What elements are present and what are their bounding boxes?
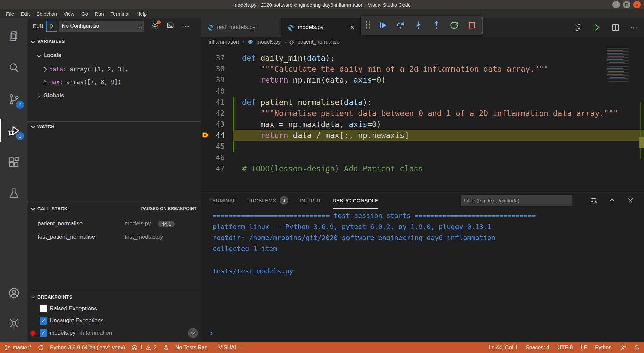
- breakpoint-row[interactable]: ✓ models.py inflammation 44: [28, 327, 201, 339]
- maximize-button[interactable]: [623, 1, 630, 8]
- code-line[interactable]: 38 """Calculate the daily min of a 2d in…: [201, 63, 644, 74]
- tab-terminal[interactable]: TERMINAL: [209, 192, 236, 209]
- step-over-button[interactable]: [395, 20, 406, 31]
- breakpoint-margin[interactable]: [201, 52, 211, 63]
- sidebar-item-testing[interactable]: [0, 181, 28, 207]
- code-line[interactable]: 41def patient_normalise(data):: [201, 97, 644, 108]
- menu-view[interactable]: View: [60, 11, 78, 17]
- code-line[interactable]: 42 """Normalise patient data between 0 a…: [201, 108, 644, 119]
- open-debug-console-button[interactable]: [166, 21, 174, 31]
- variable-row-data[interactable]: data: array([[1, 2, 3],: [28, 64, 201, 75]
- code-line[interactable]: 40: [201, 85, 644, 97]
- breakpoint-margin[interactable]: [201, 74, 211, 85]
- code-line[interactable]: 46: [201, 152, 644, 163]
- call-stack-section-header[interactable]: CALL STACK PAUSED ON BREAKPOINT: [28, 203, 201, 213]
- menu-terminal[interactable]: Terminal: [107, 11, 133, 17]
- code-line[interactable]: 37def daily_min(data):: [201, 52, 644, 63]
- tab-debug-console[interactable]: DEBUG CONSOLE: [333, 192, 378, 209]
- menu-selection[interactable]: Selection: [33, 11, 60, 17]
- sidebar-item-run-debug[interactable]: 1: [0, 118, 28, 143]
- stack-frame[interactable]: patient_normalise models.py 44:1: [28, 218, 201, 229]
- manage-button[interactable]: [0, 310, 28, 336]
- sidebar-item-extensions[interactable]: [0, 150, 28, 175]
- breakpoints-section-header[interactable]: BREAKPOINTS: [28, 292, 201, 302]
- code-area[interactable]: 37def daily_min(data):38 """Calculate th…: [201, 47, 644, 192]
- views-more-actions-button[interactable]: ⋯: [182, 22, 190, 31]
- sidebar-item-search[interactable]: [0, 55, 28, 80]
- restart-button[interactable]: [448, 20, 460, 31]
- code-line[interactable]: 43 max = np.max(data, axis=0): [201, 119, 644, 130]
- python-interpreter-item[interactable]: Python 3.6.9 64-bit ('env': venv): [50, 345, 125, 351]
- breakpoint-margin[interactable]: [201, 141, 211, 152]
- language-mode-item[interactable]: Python: [595, 345, 612, 351]
- split-editor-icon[interactable]: [611, 23, 620, 32]
- checkbox-unchecked[interactable]: [40, 305, 47, 312]
- breadcrumb-file[interactable]: models.py: [256, 39, 281, 45]
- tab-test-models[interactable]: test_models.py: [201, 18, 282, 37]
- console-filter-input[interactable]: [461, 195, 572, 206]
- code-line[interactable]: 45: [201, 141, 644, 152]
- stop-button[interactable]: [466, 20, 478, 31]
- configure-launch-button[interactable]: [151, 21, 159, 31]
- step-into-button[interactable]: [413, 20, 424, 31]
- watch-section-header[interactable]: WATCH: [28, 121, 201, 131]
- encoding-item[interactable]: UTF-8: [557, 345, 573, 351]
- tab-problems[interactable]: PROBLEMS 3: [247, 192, 288, 209]
- vim-mode-item[interactable]: -- VISUAL --: [214, 345, 243, 351]
- breakpoint-margin[interactable]: [201, 97, 211, 108]
- maximize-panel-icon[interactable]: [608, 196, 616, 204]
- cursor-position-item[interactable]: Ln 44, Col 1: [489, 345, 518, 351]
- console-prompt-chevron[interactable]: ›: [209, 328, 214, 338]
- breadcrumb-symbol[interactable]: patient_normalise: [297, 39, 339, 45]
- open-changes-icon[interactable]: [574, 23, 582, 32]
- variables-scope-locals[interactable]: Locals: [28, 50, 201, 61]
- code-line[interactable]: 47# TODO(lesson-design) Add Patient clas…: [201, 163, 644, 174]
- menu-edit[interactable]: Edit: [17, 11, 33, 17]
- test-run-item[interactable]: [163, 344, 169, 351]
- code-line[interactable]: 44 return data / max[:, np.newaxis]: [201, 130, 644, 141]
- breakpoint-margin[interactable]: [201, 108, 211, 119]
- clear-console-icon[interactable]: [589, 196, 598, 204]
- problems-item[interactable]: 1 2: [131, 344, 157, 351]
- toolbar-gripper[interactable]: [366, 21, 371, 30]
- editor-more-actions-icon[interactable]: ⋯: [630, 23, 638, 32]
- step-out-button[interactable]: [431, 20, 442, 31]
- continue-button[interactable]: [377, 20, 388, 31]
- sidebar-item-explorer[interactable]: [0, 23, 28, 49]
- notifications-item[interactable]: [633, 344, 640, 351]
- eol-item[interactable]: LF: [581, 345, 587, 351]
- variable-row-max[interactable]: max: array([7, 8, 9]): [28, 76, 201, 88]
- checkbox-checked[interactable]: ✓: [40, 317, 47, 325]
- indentation-item[interactable]: Spaces: 4: [526, 345, 549, 351]
- checkbox-checked[interactable]: ✓: [40, 329, 47, 337]
- breakpoint-row[interactable]: Raised Exceptions: [28, 303, 201, 314]
- close-panel-icon[interactable]: [626, 196, 635, 204]
- breakpoint-row[interactable]: ✓ Uncaught Exceptions: [28, 315, 201, 327]
- debug-configuration-select[interactable]: No Configuratio: [59, 21, 144, 32]
- code-line[interactable]: 39 return np.min(data, axis=0): [201, 74, 644, 85]
- sidebar-item-source-control[interactable]: 7: [0, 86, 28, 112]
- tab-models[interactable]: models.py ✕: [282, 18, 361, 37]
- variables-section-header[interactable]: VARIABLES: [28, 36, 201, 46]
- tab-close-icon[interactable]: ✕: [350, 24, 355, 31]
- menu-help[interactable]: Help: [133, 11, 150, 17]
- breakpoint-margin[interactable]: [201, 130, 211, 141]
- breakpoint-margin[interactable]: [201, 163, 211, 174]
- minimize-button[interactable]: –: [612, 1, 620, 8]
- tab-output[interactable]: OUTPUT: [300, 192, 321, 209]
- tests-status-item[interactable]: No Tests Ran: [175, 345, 208, 351]
- variables-scope-globals[interactable]: Globals: [28, 90, 201, 101]
- stack-frame[interactable]: test_patient_normalise test_models.py: [28, 231, 201, 243]
- breakpoint-margin[interactable]: [201, 152, 211, 163]
- close-button[interactable]: ✕: [633, 1, 641, 8]
- breakpoint-margin[interactable]: [201, 63, 211, 74]
- menu-file[interactable]: File: [3, 11, 17, 17]
- menu-run[interactable]: Run: [91, 11, 107, 17]
- start-debugging-button[interactable]: [46, 21, 57, 32]
- breakpoint-margin[interactable]: [201, 85, 211, 97]
- feedback-item[interactable]: [620, 344, 627, 351]
- accounts-button[interactable]: [0, 280, 28, 306]
- menu-go[interactable]: Go: [78, 11, 91, 17]
- sync-item[interactable]: [37, 344, 44, 351]
- git-branch-item[interactable]: master*: [4, 344, 31, 351]
